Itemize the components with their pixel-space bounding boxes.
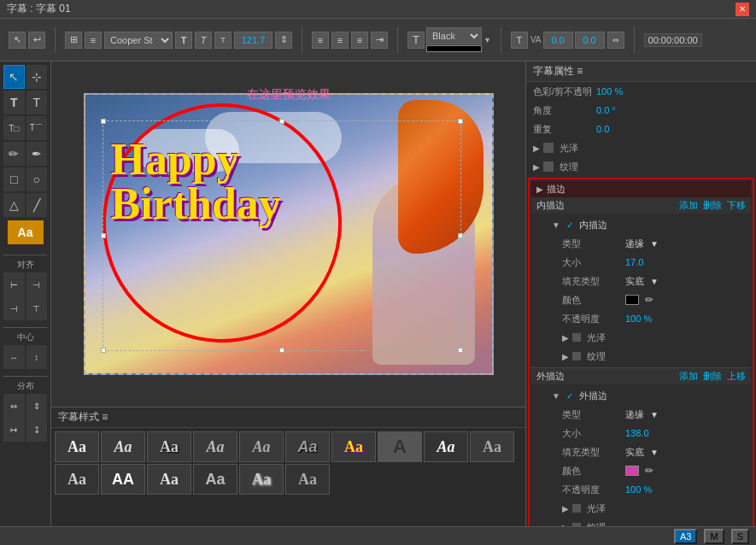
style-item-12[interactable]: AA [101, 464, 145, 495]
style-item-10[interactable]: Aa [470, 431, 514, 462]
handle-bc[interactable] [279, 348, 284, 353]
inner-color-swatch[interactable] [625, 295, 639, 305]
outer-stroke-delete[interactable]: 删除 [703, 370, 722, 383]
tool-text[interactable]: T [3, 91, 25, 114]
canvas-preview[interactable]: 在这里预览效果 [51, 62, 525, 407]
toolbar-btn-align-right[interactable]: ≡ [351, 32, 368, 49]
tool-dist-v[interactable]: ⇕ [26, 394, 48, 418]
style-item-4[interactable]: Aa [193, 431, 237, 462]
outer-color-swatch[interactable] [625, 466, 639, 476]
font-size-input[interactable]: 121.7 [234, 32, 273, 49]
outer-gloss-expand[interactable]: ▶ [562, 504, 569, 513]
aa-button[interactable]: Aa [8, 220, 44, 244]
style-item-15[interactable]: Aa [239, 464, 284, 495]
toolbar-btn-text-align[interactable]: ≡ [85, 32, 102, 49]
toolbar-btn-arrow[interactable]: ↖ [9, 32, 26, 49]
toolbar-btn-bold[interactable]: T [175, 32, 192, 49]
inner-color-eyedropper[interactable]: ✏ [645, 294, 653, 306]
tool-center-v[interactable]: ↕ [26, 345, 48, 369]
toolbar-btn-font-type[interactable]: T [407, 32, 425, 49]
handle-tl[interactable] [101, 119, 106, 124]
tool-triangle[interactable]: △ [3, 193, 25, 217]
status-m[interactable]: M [704, 529, 724, 544]
toolbar-btn-leading[interactable]: ⇕ [275, 32, 292, 49]
handle-tr[interactable] [458, 119, 463, 124]
tool-ellipse[interactable]: ○ [26, 167, 48, 191]
style-item-16[interactable]: Aa [285, 464, 330, 495]
style-item-3[interactable]: Aa [147, 431, 191, 462]
canvas-image[interactable]: HappyBirthday [84, 93, 494, 375]
tool-dist-3[interactable]: ↦ [3, 418, 25, 442]
status-a3[interactable]: A3 [674, 529, 697, 544]
tool-pen-add[interactable]: ✒ [26, 142, 48, 166]
tool-text-box[interactable]: T□ [3, 116, 25, 140]
tool-node[interactable]: ⊹ [26, 65, 48, 89]
outer-fill-arrow[interactable]: ▼ [650, 448, 659, 457]
handle-br[interactable] [458, 348, 463, 353]
font-family-select[interactable]: Cooper St [104, 32, 173, 49]
toolbar-btn-align-left[interactable]: ≡ [312, 32, 329, 49]
tool-vertical-text[interactable]: T [26, 91, 48, 114]
style-item-1[interactable]: Aa [55, 431, 99, 462]
tool-dist-h[interactable]: ⇔ [3, 394, 25, 418]
style-item-2[interactable]: Aa [101, 431, 145, 462]
outer-checkbox[interactable]: ✓ [566, 391, 573, 401]
tool-align-top[interactable]: ⊤ [26, 296, 48, 320]
style-item-11[interactable]: Aa [55, 464, 99, 495]
style-item-5[interactable]: Aa [239, 431, 284, 462]
va-input[interactable] [543, 32, 573, 49]
tool-line[interactable]: ╱ [26, 193, 48, 217]
texture-expand[interactable]: ▶ [533, 162, 540, 172]
inner-stroke-add[interactable]: 添加 [679, 199, 698, 212]
tool-center-h[interactable]: ↔ [3, 345, 25, 369]
style-item-9[interactable]: Aa [424, 431, 468, 462]
outer-stroke-move-up[interactable]: 上移 [727, 370, 746, 383]
tool-rect[interactable]: □ [3, 167, 25, 191]
tool-dist-4[interactable]: ↧ [26, 418, 48, 442]
handle-bl[interactable] [101, 348, 106, 353]
tool-path-text[interactable]: T⌒ [26, 116, 48, 140]
toolbar-btn-align-center[interactable]: ≡ [331, 32, 349, 49]
tool-align-center-h[interactable]: ⊣ [26, 272, 48, 296]
tracking-input[interactable] [575, 32, 605, 49]
outer-color-eyedropper[interactable]: ✏ [645, 465, 653, 477]
handle-ml[interactable] [101, 233, 106, 238]
toolbar-btn-kerning[interactable]: ⇔ [607, 32, 624, 49]
gloss-expand[interactable]: ▶ [533, 144, 540, 153]
inner-expand[interactable]: ▼ [552, 220, 560, 230]
inner-texture-expand[interactable]: ▶ [562, 352, 569, 361]
color-select[interactable]: Black [426, 27, 482, 44]
style-item-13[interactable]: Aa [147, 464, 191, 495]
inner-type-arrow[interactable]: ▼ [650, 239, 659, 249]
style-item-7[interactable]: Aa [331, 431, 376, 462]
toolbar-btn-italic[interactable]: T [195, 32, 212, 49]
tool-align-right[interactable]: ⊣ [3, 296, 25, 320]
style-item-6[interactable]: Aa [285, 431, 330, 462]
inner-checkbox[interactable]: ✓ [566, 220, 573, 230]
toolbar-btn-small-caps[interactable]: T [214, 32, 231, 49]
toolbar-btn-transform[interactable]: T [511, 32, 528, 49]
center-tools: 中心 ↔ ↕ [3, 327, 47, 369]
status-s[interactable]: S [731, 529, 749, 544]
stroke-expand[interactable]: ▶ [536, 185, 543, 194]
outer-texture-expand[interactable]: ▶ [562, 523, 569, 527]
toolbar-btn-layout[interactable]: ⊞ [65, 32, 82, 49]
inner-stroke-move-down[interactable]: 下移 [727, 199, 746, 212]
close-button[interactable]: ✕ [735, 3, 749, 16]
handle-mr[interactable] [458, 233, 463, 238]
tool-select[interactable]: ↖ [3, 65, 25, 89]
tool-pen[interactable]: ✏ [3, 142, 25, 166]
outer-stroke-add[interactable]: 添加 [679, 370, 698, 383]
toolbar-divider-4 [501, 27, 501, 53]
style-item-8[interactable]: A [378, 431, 422, 462]
outer-expand[interactable]: ▼ [552, 391, 560, 401]
handle-tc[interactable] [279, 119, 284, 124]
toolbar-btn-undo[interactable]: ↩ [28, 32, 45, 49]
inner-stroke-delete[interactable]: 删除 [703, 199, 722, 212]
outer-type-arrow[interactable]: ▼ [650, 410, 659, 419]
style-item-14[interactable]: Aa [193, 464, 237, 495]
tool-align-left[interactable]: ⊢ [3, 272, 25, 296]
toolbar-btn-tabs[interactable]: ⇥ [371, 32, 388, 49]
inner-gloss-expand[interactable]: ▶ [562, 333, 569, 343]
inner-fill-arrow[interactable]: ▼ [650, 277, 659, 286]
